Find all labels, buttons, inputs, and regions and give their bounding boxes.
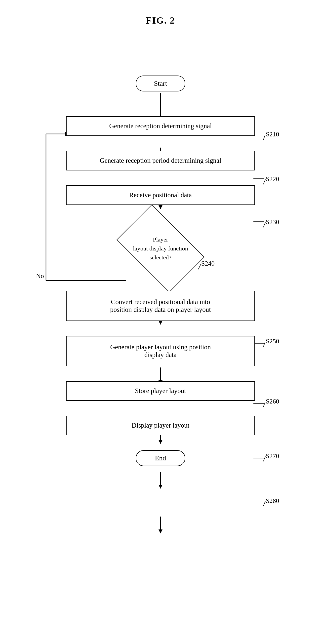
svg-text:S230: S230: [266, 218, 279, 226]
s260-row: Generate player layout using position di…: [66, 336, 255, 366]
s280-box: Display player layout: [66, 416, 255, 435]
svg-line-30: [263, 180, 265, 184]
svg-line-33: [263, 222, 265, 227]
s220-row: Generate reception period determining si…: [66, 151, 255, 170]
svg-text:S280: S280: [266, 497, 279, 504]
svg-marker-5: [158, 205, 162, 209]
start-label: Start: [136, 76, 185, 92]
s270-box: Store player layout: [66, 381, 255, 401]
svg-line-36: [263, 342, 265, 346]
s210-box: Generate reception determining signal: [66, 116, 255, 136]
s270-row: Store player layout: [66, 381, 255, 401]
s230-box: Receive positional data: [66, 185, 255, 205]
svg-text:S250: S250: [266, 338, 279, 345]
s220-box: Generate reception period determining si…: [66, 151, 255, 170]
s250-box: Convert received positional data into po…: [66, 291, 255, 321]
s240-text: Player layout display function selected?: [132, 235, 189, 262]
svg-text:S260: S260: [266, 398, 279, 405]
s260-box: Generate player layout using position di…: [66, 336, 255, 366]
svg-line-45: [263, 501, 265, 506]
svg-text:S210: S210: [266, 131, 279, 138]
svg-line-42: [263, 456, 265, 462]
svg-line-27: [263, 135, 265, 140]
s210-row: Generate reception determining signal: [66, 116, 255, 136]
s280-row: Display player layout: [66, 416, 255, 435]
page-title: FIG. 2: [0, 0, 321, 41]
end-terminal: End: [136, 450, 185, 466]
svg-marker-13: [158, 440, 162, 444]
svg-line-39: [263, 402, 265, 407]
s230-row: Receive positional data: [66, 185, 255, 205]
svg-text:S220: S220: [266, 176, 279, 182]
svg-text:No: No: [36, 272, 44, 280]
end-label: End: [136, 450, 185, 466]
s240-diamond-wrapper: Player layout display function selected?: [113, 221, 208, 276]
start-terminal: Start: [136, 76, 185, 92]
svg-marker-15: [158, 485, 162, 489]
s250-row: Convert received positional data into po…: [66, 291, 255, 321]
svg-marker-9: [158, 321, 162, 325]
svg-text:S270: S270: [266, 452, 279, 460]
svg-marker-17: [158, 530, 162, 534]
